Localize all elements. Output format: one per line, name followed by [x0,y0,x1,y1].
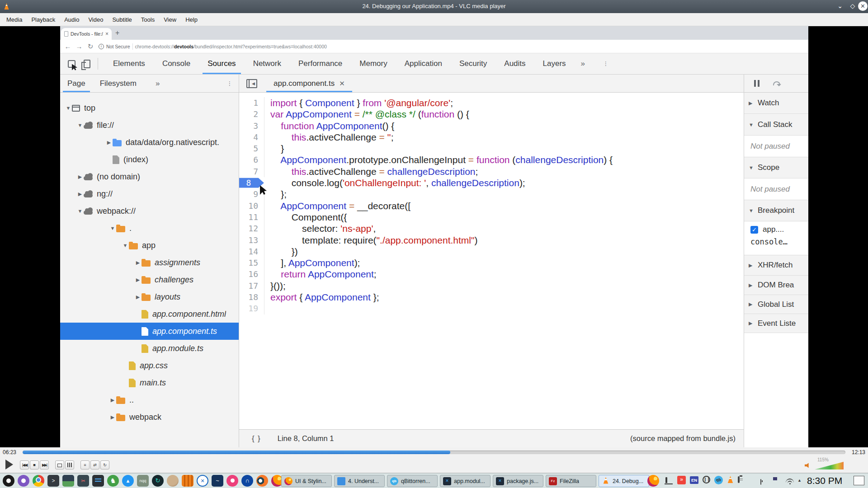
editor-tab-close-icon[interactable]: ✕ [339,80,345,88]
chevron-right-icon[interactable]: ▶ [134,294,142,300]
paint-app-launcher-icon[interactable]: ↻ [152,475,164,487]
system-monitor-launcher-icon[interactable] [62,475,74,487]
menu-playback[interactable]: Playback [27,15,60,24]
seek-slider[interactable] [23,450,845,454]
new-tab-button[interactable]: + [115,29,119,37]
back-icon[interactable]: ← [64,42,71,50]
devtools-tab-sources[interactable]: Sources [199,53,244,74]
devtools-tab-audits[interactable]: Audits [495,53,534,74]
devtools-tab-memory[interactable]: Memory [351,53,396,74]
window-button-filezilla[interactable]: FzFileZilla [546,475,596,487]
music-app-launcher-icon[interactable]: ♞ [107,475,119,487]
chevron-right-icon[interactable]: ▶ [134,277,142,283]
stop-button[interactable]: ■ [30,460,39,469]
chevron-right-icon[interactable]: ▶ [134,260,142,266]
tree-item--index-[interactable]: (index) [60,151,239,168]
workspace-switcher[interactable] [854,476,864,485]
tree-item--no-domain-[interactable]: ▶(no domain) [60,168,239,185]
menu-audio[interactable]: Audio [60,15,84,24]
headphones-app-launcher-icon[interactable]: ∩ [241,475,253,487]
chevron-down-icon[interactable]: ▼ [65,105,72,111]
line-number[interactable]: 12 [239,223,264,234]
line-number[interactable]: 14 [239,246,264,257]
site-info-icon[interactable]: i [99,44,104,49]
blender-launcher-icon[interactable] [256,475,268,487]
chevron-down-icon[interactable]: ▼ [122,243,129,248]
line-number[interactable]: 15 [239,257,264,268]
window-button-qbittorren-[interactable]: qbqBittorren... [387,475,438,487]
battery-tray-icon[interactable] [760,477,761,482]
gimp-launcher-icon[interactable] [167,475,179,487]
notepadqq-launcher-icon[interactable]: nqq [137,475,149,487]
clipboard-tray-icon[interactable] [738,477,740,482]
menu-subtitle[interactable]: Subtitle [108,15,136,24]
tab-page[interactable]: Page [60,75,93,92]
line-number[interactable]: 6 [239,154,264,165]
devtools-tab-security[interactable]: Security [451,53,495,74]
window-button-24-debug-[interactable]: 24. Debug... [599,475,649,487]
forward-icon[interactable]: → [75,42,83,50]
pause-script-icon[interactable] [754,80,760,87]
address-bar[interactable]: i Not Secure chrome-devtools://devtools/… [99,42,808,52]
devtools-tab-application[interactable]: Application [396,53,451,74]
section-xhr-fetch[interactable]: ▶XHR/fetch [744,255,808,276]
line-number[interactable]: 1 [239,97,264,108]
tree-item-webpack[interactable]: ▶webpack [60,408,239,426]
line-number[interactable]: 3 [239,120,264,131]
menu-media[interactable]: Media [2,15,27,24]
extended-settings-button[interactable] [65,460,74,469]
line-number[interactable]: 16 [239,268,264,280]
tree-item-app[interactable]: ▼app [60,237,239,254]
inspect-element-icon[interactable] [68,60,75,68]
line-number[interactable]: 2 [239,108,264,120]
volume-slider[interactable] [815,462,844,469]
devtools-tab-network[interactable]: Network [245,53,290,74]
fullscreen-button[interactable] [55,460,64,469]
chevron-right-icon[interactable]: ▶ [76,191,84,197]
menu-video[interactable]: Video [84,15,108,24]
tree-item-app.module.ts[interactable]: app.module.ts [60,340,239,357]
tree-item-challenges[interactable]: ▶challenges [60,271,239,288]
reload-icon[interactable]: ↻ [87,42,94,51]
line-number[interactable]: 4 [239,131,264,143]
menu-view[interactable]: View [159,15,181,24]
devtools-menu-icon[interactable]: ⋮ [603,61,609,67]
line-number[interactable]: 18 [239,291,264,303]
section-call-stack[interactable]: ▼Call Stack [744,114,808,136]
hide-navigator-icon[interactable]: ◀ [246,79,257,88]
section-global-list[interactable]: ▶Global List [744,295,808,314]
devtools-tab-elements[interactable]: Elements [104,53,154,74]
chevron-down-icon[interactable]: ▼ [109,225,116,231]
tree-item-data-data-org.nativescript.[interactable]: ▶data/data/org.nativescript. [60,134,239,151]
devtools-tab-performance[interactable]: Performance [290,53,351,74]
chevron-down-icon[interactable]: ▼ [76,122,84,128]
window-button-4-underst-[interactable]: 4. Underst... [334,475,385,487]
more-panels-icon[interactable]: » [581,59,585,68]
chevron-right-icon[interactable]: ▶ [109,414,116,420]
section-event-liste[interactable]: ▶Event Liste [744,314,808,333]
qbittorrent-tray-icon[interactable]: qb [714,476,723,484]
breakpoint-checkbox[interactable]: ✓ [750,226,758,234]
window-button-package-js-[interactable]: ×package.js... [493,475,543,487]
chrome-launcher-icon[interactable] [33,475,44,487]
tray-expander-icon[interactable]: ▲ [797,478,802,483]
editor-tab-app-component-ts[interactable]: app.component.ts ✕ [266,75,352,92]
window-button-app-modul-[interactable]: ×app.modul... [440,475,491,487]
line-number[interactable]: 17 [239,280,264,291]
section-scope[interactable]: ▼Scope [744,157,808,178]
device-toolbar-icon[interactable] [84,60,90,68]
firefox-tray-icon[interactable] [647,475,659,487]
notifications-bell-icon[interactable] [665,477,667,482]
section-dom-brea[interactable]: ▶DOM Brea [744,276,808,295]
code-view[interactable]: 1import { Component } from '@angular/cor… [239,97,744,429]
minimize-button[interactable]: ⌄ [835,2,844,9]
tree-item-main.ts[interactable]: main.ts [60,374,239,391]
breakpoint-entry[interactable]: ✓app....console… [744,221,808,255]
media-app-launcher-icon[interactable] [226,475,238,487]
vlc-tray-icon[interactable] [727,476,734,484]
previous-button[interactable]: |◀◀ [20,460,29,469]
shuffle-button[interactable]: ↻ [100,460,109,469]
section-watch[interactable]: ▶Watch [744,93,808,114]
tab-filesystem[interactable]: Filesystem [93,75,144,92]
maximize-button[interactable]: ◇ [848,2,857,9]
